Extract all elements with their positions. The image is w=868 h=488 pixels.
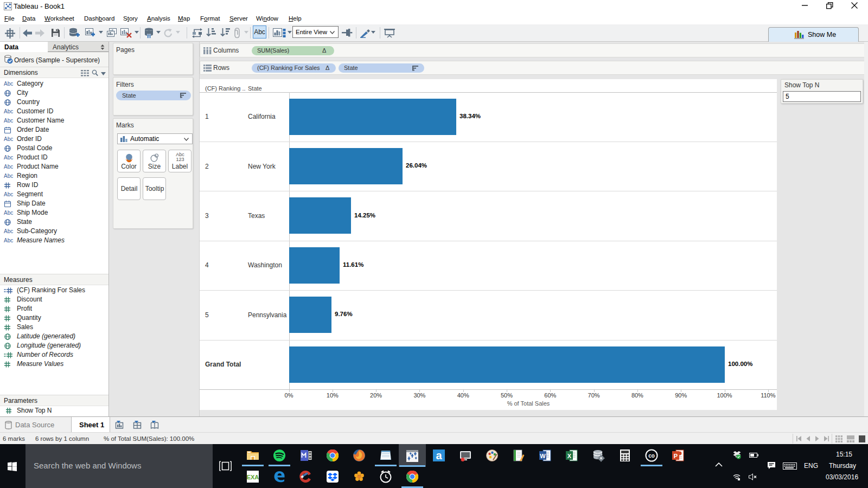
svg-text:EXA: EXA — [247, 474, 259, 480]
svg-text:co: co — [648, 453, 655, 459]
svg-text:W: W — [540, 453, 546, 459]
svg-text:P: P — [674, 453, 678, 459]
svg-text:a: a — [436, 450, 442, 461]
svg-text:X: X — [567, 453, 572, 459]
